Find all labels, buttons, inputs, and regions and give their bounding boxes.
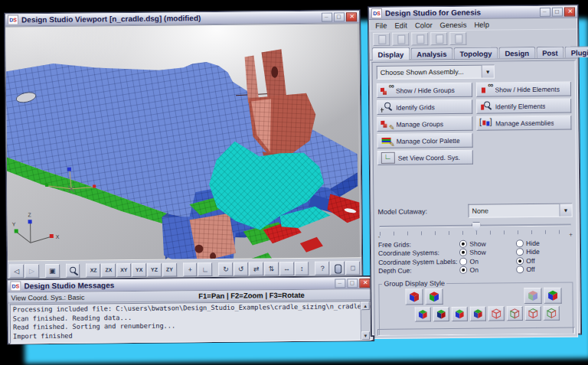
- radio-option[interactable]: Show: [459, 240, 516, 248]
- tab-analysis[interactable]: Analysis: [410, 47, 452, 60]
- fit-view-icon[interactable]: ▣: [45, 263, 60, 277]
- radio-option[interactable]: Off: [516, 256, 573, 265]
- radio-icon[interactable]: [516, 248, 524, 256]
- tab-topology[interactable]: Topology: [453, 47, 498, 59]
- style-wire-4-icon[interactable]: [544, 306, 560, 321]
- style-shaded-solid-icon[interactable]: [544, 288, 561, 304]
- viewport-canvas[interactable]: Z Y X: [5, 23, 361, 261]
- dropdown-arrow-icon[interactable]: [482, 65, 494, 77]
- style-shaded-translucent-icon[interactable]: [524, 288, 541, 304]
- manage-groups-button[interactable]: Manage Groups: [377, 116, 472, 132]
- style-wireframe-solid-icon[interactable]: [405, 288, 423, 305]
- tab-design[interactable]: Design: [498, 47, 535, 58]
- maximize-icon[interactable]: [334, 12, 345, 21]
- radio-icon[interactable]: [516, 240, 524, 247]
- style-wire-2-icon[interactable]: [507, 306, 523, 321]
- radio-icon[interactable]: [516, 266, 524, 273]
- rotate-x-icon[interactable]: ↻: [218, 262, 233, 275]
- style-solid-1-icon[interactable]: [415, 307, 431, 321]
- tilt-view-icon[interactable]: ⇅: [264, 262, 279, 275]
- tab-plugins[interactable]: Plugins: [565, 46, 588, 57]
- svg-text:Y: Y: [12, 221, 16, 226]
- radio-icon[interactable]: [459, 266, 467, 274]
- menu-edit[interactable]: Edit: [391, 21, 410, 29]
- copy-icon[interactable]: [411, 32, 428, 45]
- style-solid-2-icon[interactable]: [433, 307, 449, 321]
- minimize-icon[interactable]: [322, 12, 332, 21]
- scroll-up-icon[interactable]: [361, 301, 370, 310]
- scene: DS Design Studio Viewport [n_cradle.dsg]…: [0, 0, 588, 365]
- dropdown-arrow-icon[interactable]: [559, 204, 571, 217]
- tab-display[interactable]: Display: [371, 47, 410, 60]
- app-icon: DS: [371, 8, 382, 18]
- menu-color[interactable]: Color: [412, 21, 436, 29]
- view-xz-icon[interactable]: XZ: [87, 263, 101, 277]
- close-icon[interactable]: [564, 7, 575, 16]
- edit-file-icon[interactable]: [392, 32, 409, 45]
- identify-elements-button[interactable]: Identify Elements: [476, 99, 572, 114]
- pan-view-icon[interactable]: ⇄: [249, 262, 263, 275]
- menu-genesis[interactable]: Genesis: [436, 20, 469, 28]
- pick-axis-icon[interactable]: ∟: [198, 262, 213, 276]
- radio-option[interactable]: On: [459, 266, 516, 274]
- view-xy-icon[interactable]: XY: [116, 263, 131, 277]
- setting-row: Depth Cue: On Off: [378, 265, 573, 275]
- back-icon[interactable]: ◁: [9, 264, 24, 278]
- radio-icon[interactable]: [459, 258, 467, 266]
- groups-pencil-icon: [381, 119, 393, 129]
- new-file-icon[interactable]: [373, 32, 390, 45]
- delete-icon[interactable]: [449, 31, 466, 44]
- view-zx-icon[interactable]: ZX: [101, 263, 116, 277]
- axis-origin-icon[interactable]: +: [183, 262, 198, 276]
- scroll-down-icon[interactable]: [361, 331, 370, 340]
- element-glasses-icon: [479, 84, 492, 94]
- menu-help[interactable]: Help: [471, 20, 492, 28]
- view-yz-icon[interactable]: YZ: [147, 262, 162, 276]
- manage-assemblies-button[interactable]: Manage Assemblies: [476, 115, 572, 130]
- scrollbar[interactable]: [361, 301, 371, 340]
- cutaway-slider[interactable]: - +: [378, 220, 573, 240]
- radio-icon[interactable]: [459, 240, 467, 248]
- radio-option[interactable]: Show: [459, 248, 516, 256]
- identify-grids-button[interactable]: Identify Grids: [377, 99, 472, 115]
- radio-option[interactable]: Hide: [516, 239, 573, 247]
- model-cutaway-dropdown[interactable]: None: [468, 203, 572, 217]
- maximize-icon[interactable]: [347, 279, 358, 288]
- view-yx-icon[interactable]: YX: [132, 262, 146, 276]
- assembly-dropdown[interactable]: Choose Shown Assembly...: [377, 64, 495, 79]
- style-wire-1-icon[interactable]: [488, 306, 505, 321]
- style-solid-4-icon[interactable]: [470, 307, 486, 321]
- minimize-icon[interactable]: [335, 279, 345, 288]
- zoom-box-icon[interactable]: [66, 263, 80, 277]
- assemblies-icon: [480, 118, 492, 128]
- flip-h-icon[interactable]: ↔: [279, 261, 294, 275]
- show-hide-groups-button[interactable]: Show / Hide Groups: [377, 83, 472, 98]
- paste-icon[interactable]: [430, 32, 447, 45]
- radio-option[interactable]: On: [459, 257, 516, 266]
- show-hide-elements-button[interactable]: Show / Hide Elements: [475, 82, 571, 97]
- query-icon[interactable]: ?: [315, 261, 330, 275]
- minimize-icon[interactable]: [540, 7, 550, 16]
- radio-icon[interactable]: [459, 249, 467, 256]
- forward-icon[interactable]: ▷: [24, 264, 39, 278]
- style-solid-3-icon[interactable]: [452, 307, 468, 321]
- stage: DS Design Studio Viewport [n_cradle.dsg]…: [5, 3, 580, 341]
- manage-color-palette-button[interactable]: Manage Color Palette: [377, 133, 473, 148]
- close-icon[interactable]: [359, 279, 370, 288]
- tab-post[interactable]: Post: [536, 47, 564, 58]
- menu-file[interactable]: File: [372, 21, 390, 29]
- maximize-icon[interactable]: [552, 7, 563, 16]
- view-zy-icon[interactable]: ZY: [162, 262, 177, 276]
- model-3d: Z Y X: [5, 24, 360, 260]
- style-wire-3-icon[interactable]: [525, 306, 541, 321]
- close-icon[interactable]: [346, 12, 357, 21]
- radio-option[interactable]: Hide: [516, 248, 573, 256]
- flip-v-icon[interactable]: ↕: [295, 261, 309, 275]
- rotate-y-icon[interactable]: ↺: [234, 262, 248, 275]
- radio-icon[interactable]: [516, 257, 524, 265]
- style-solid-cube-icon[interactable]: [425, 288, 443, 305]
- mouse-settings-icon[interactable]: [330, 261, 345, 275]
- view-cube-icon[interactable]: □: [345, 261, 360, 275]
- set-view-coord-sys-button[interactable]: Set View Coord. Sys.: [377, 150, 473, 165]
- radio-option[interactable]: Off: [516, 266, 573, 274]
